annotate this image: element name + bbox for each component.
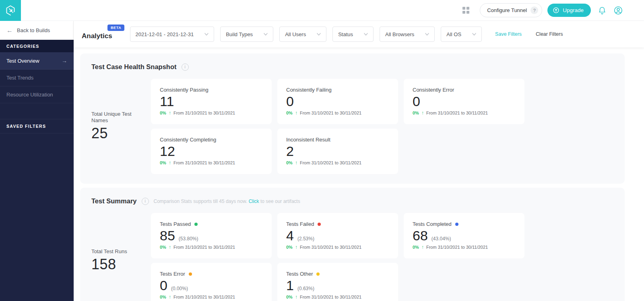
date-range-note: From 31/10/2021 to 30/11/2021 — [426, 111, 488, 115]
status-dot-other — [316, 272, 320, 276]
stat-card-consistently-passing: Consistently Passing 11 0% ↑ From 31/10/… — [151, 79, 272, 124]
users-value: All Users — [285, 31, 306, 37]
stat-card-tests-other: Tests Other 1 (0.63%) 0% ↑ From 31/10/20… — [277, 263, 398, 301]
chevron-down-icon — [204, 33, 208, 36]
date-range-note: From 31/10/2021 to 30/11/2021 — [173, 295, 235, 299]
date-range-note: From 31/10/2021 to 30/11/2021 — [300, 160, 361, 165]
date-range-note: From 31/10/2021 to 30/11/2021 — [300, 245, 361, 250]
back-to-builds-label: Back to Builds — [17, 27, 50, 33]
date-range-dropdown[interactable]: 2021-12-01 - 2021-12-31 — [130, 27, 215, 42]
info-icon[interactable]: i — [182, 63, 189, 71]
date-range-value: 2021-12-01 - 2021-12-31 — [136, 31, 194, 37]
stat-card-consistently-completing: Consistently Completing 12 0% ↑ From 31/… — [151, 129, 272, 174]
configure-tunnel-label: Configure Tunnel — [487, 7, 527, 13]
card-value: 11 — [160, 93, 174, 110]
trend-up-icon: ↑ — [295, 160, 297, 166]
stat-card-tests-passed: Tests Passed 85 (53.80%) 0% ↑ From 31/10… — [151, 213, 272, 258]
configure-tunnel-button[interactable]: Configure Tunnel ? — [480, 3, 542, 17]
summary-note: Comparison Stats supports till 45 days n… — [154, 199, 300, 204]
card-value: 12 — [160, 143, 175, 160]
help-icon[interactable]: ? — [530, 6, 538, 14]
card-percentage: (0.63%) — [297, 286, 314, 291]
summary-title: Test Summary — [91, 197, 137, 205]
card-label: Tests Completed — [413, 221, 452, 227]
stat-card-tests-completed: Tests Completed 68 (43.04%) 0% ↑ From 31… — [404, 213, 524, 258]
stat-card-tests-failed: Tests Failed 4 (2.53%) 0% ↑ From 31/10/2… — [277, 213, 398, 258]
summary-total: Total Test Runs 158 — [91, 248, 151, 273]
status-dropdown[interactable]: Status — [332, 27, 374, 42]
trend-up-icon: ↑ — [421, 244, 424, 250]
sidebar-item-label: Test Overview — [6, 58, 39, 64]
card-percentage: (0.00%) — [171, 286, 188, 291]
summary-total-label: Total Test Runs — [91, 248, 136, 255]
status-dot-passed — [194, 223, 198, 226]
card-value: 2 — [286, 143, 294, 160]
snapshot-cards: Consistently Passing 11 0% ↑ From 31/10/… — [151, 79, 524, 174]
info-icon[interactable]: i — [142, 198, 149, 205]
build-types-value: Build Types — [226, 31, 253, 37]
trend-up-icon: ↑ — [295, 110, 297, 116]
card-value: 4 — [286, 227, 294, 244]
back-arrow-icon: ← — [6, 27, 13, 34]
delta-percent: 0% — [286, 111, 293, 115]
snapshot-title: Test Case Health Snapshot — [91, 63, 177, 71]
trend-up-icon: ↑ — [169, 160, 171, 166]
delta-percent: 0% — [286, 245, 293, 250]
trend-up-icon: ↑ — [295, 244, 297, 250]
summary-cards: Tests Passed 85 (53.80%) 0% ↑ From 31/10… — [151, 213, 524, 301]
sidebar: ← Back to Builds CATEGORIES Test Overvie… — [0, 21, 74, 301]
sidebar-item-resource-utilization[interactable]: Resource Utilization — [0, 86, 74, 103]
card-value: 85 — [160, 227, 175, 244]
build-types-dropdown[interactable]: Build Types — [220, 27, 273, 42]
artifacts-click-link[interactable]: Click — [249, 199, 259, 204]
date-range-note: From 31/10/2021 to 30/11/2021 — [300, 111, 361, 115]
trend-up-icon: ↑ — [295, 294, 297, 300]
card-value: 0 — [413, 93, 420, 110]
status-dot-completed — [455, 223, 458, 226]
delta-percent: 0% — [286, 160, 293, 165]
os-dropdown[interactable]: All OS — [441, 27, 482, 42]
trend-up-icon: ↑ — [169, 244, 171, 250]
delta-percent: 0% — [160, 160, 166, 165]
delta-percent: 0% — [286, 295, 293, 299]
test-summary-panel: Test Summary i Comparison Stats supports… — [80, 188, 625, 301]
app-body: ← Back to Builds CATEGORIES Test Overvie… — [0, 21, 644, 301]
sidebar-item-test-trends[interactable]: Test Trends — [0, 70, 74, 86]
stat-card-consistently-failing: Consistently Failing 0 0% ↑ From 31/10/2… — [277, 79, 398, 124]
snapshot-total: Total Unique Test Names 25 — [91, 111, 151, 142]
filter-bar: Analytics BETA 2021-12-01 - 2021-12-31 B… — [74, 21, 644, 47]
upgrade-button[interactable]: Upgrade — [547, 4, 591, 17]
trend-up-icon: ↑ — [169, 294, 171, 300]
top-bar: Configure Tunnel ? Upgrade — [0, 0, 644, 21]
notifications-bell-icon[interactable] — [598, 6, 607, 15]
main-area: Analytics BETA 2021-12-01 - 2021-12-31 B… — [74, 21, 644, 301]
sidebar-item-test-overview[interactable]: Test Overview → — [0, 52, 74, 70]
apps-grid-icon[interactable] — [462, 7, 469, 14]
status-dot-error — [189, 272, 192, 276]
delta-percent: 0% — [160, 245, 166, 250]
card-label: Tests Passed — [160, 221, 191, 227]
beta-badge: BETA — [107, 25, 124, 31]
save-filters-link[interactable]: Save Filters — [495, 31, 522, 37]
card-label: Tests Other — [286, 271, 313, 277]
users-dropdown[interactable]: All Users — [279, 27, 326, 42]
trend-up-icon: ↑ — [169, 110, 171, 116]
card-percentage: (53.80%) — [179, 236, 198, 242]
browsers-dropdown[interactable]: All Browsers — [380, 27, 435, 42]
chevron-down-icon — [264, 33, 268, 36]
user-avatar-icon[interactable] — [613, 6, 623, 15]
lambdatest-logo[interactable] — [0, 0, 21, 21]
card-percentage: (2.53%) — [297, 236, 314, 242]
status-dot-failed — [318, 223, 321, 226]
clear-filters-link[interactable]: Clear Filters — [536, 31, 563, 37]
back-to-builds-link[interactable]: ← Back to Builds — [0, 21, 74, 40]
card-label: Tests Failed — [286, 221, 314, 227]
delta-percent: 0% — [413, 245, 419, 250]
stat-card-inconsistent-result: Inconsistent Result 2 0% ↑ From 31/10/20… — [277, 129, 398, 174]
trend-up-icon: ↑ — [421, 110, 424, 116]
status-value: Status — [338, 31, 353, 37]
chevron-down-icon — [472, 33, 476, 36]
card-value: 68 — [413, 227, 428, 244]
date-range-note: From 31/10/2021 to 30/11/2021 — [173, 160, 235, 165]
test-case-health-snapshot-panel: Test Case Health Snapshot i Total Unique… — [80, 53, 625, 184]
